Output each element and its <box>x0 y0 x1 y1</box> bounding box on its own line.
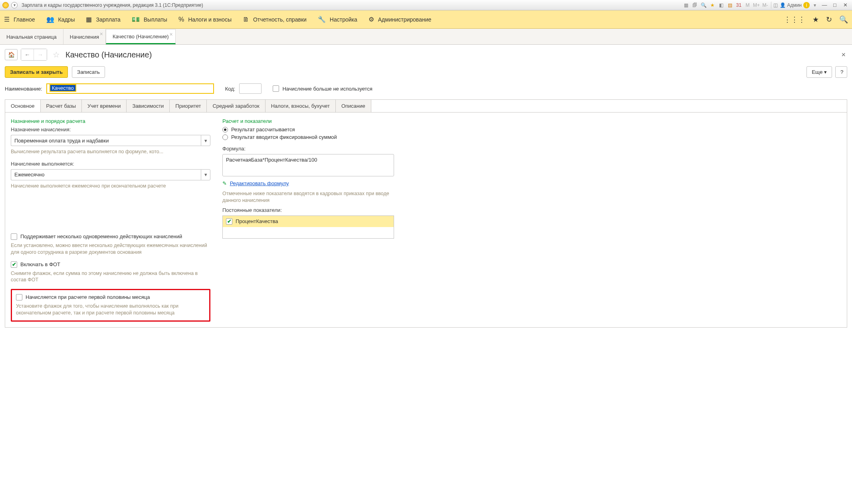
maximize-button[interactable]: □ <box>830 2 839 9</box>
chevron-down-icon[interactable]: ▾ <box>201 135 210 146</box>
tab-label: Качество (Начисление) <box>113 34 169 40</box>
favorites-icon[interactable]: ★ <box>709 2 716 9</box>
tab-close-icon[interactable]: × <box>169 31 172 38</box>
radio-fixed[interactable]: Результат вводится фиксированной суммой <box>222 134 394 140</box>
tab-close-icon[interactable]: × <box>100 31 103 37</box>
subtab-sredniy[interactable]: Средний заработок <box>207 100 265 112</box>
tb-icon-5[interactable]: ◧ <box>717 2 725 9</box>
menu-otchet-label: Отчетность, справки <box>253 16 307 23</box>
m-plus-icon[interactable]: M+ <box>753 2 760 9</box>
edit-formula-link[interactable]: Редактировать формулу <box>230 180 289 186</box>
chevron-down-icon[interactable]: ▾ <box>201 169 210 180</box>
indicator-checkbox[interactable] <box>226 218 232 225</box>
code-input[interactable] <box>239 83 262 94</box>
m-icon[interactable]: M <box>744 2 751 9</box>
tb-icon-2[interactable]: 🗐 <box>691 2 698 9</box>
user-badge[interactable]: 👤 Админ <box>780 2 802 8</box>
subtab-osnovnoe[interactable]: Основное <box>5 100 41 112</box>
wrench-icon: 🔧 <box>318 16 326 23</box>
page-close-button[interactable]: × <box>840 51 847 59</box>
titlebar-left: ▾ Зарплата и кадры государственного учре… <box>2 2 203 8</box>
multi-label: Поддерживает несколько одновременно дейс… <box>20 233 182 239</box>
subtab-opisanie[interactable]: Описание <box>336 100 371 112</box>
info-icon[interactable]: i <box>803 2 810 8</box>
toolbar-right: ⋮⋮⋮ ★ ↻ 🔍 <box>784 15 848 24</box>
menu-zarplata-label: Зарплата <box>96 16 120 23</box>
subtab-raschet-bazy[interactable]: Расчет базы <box>41 100 82 112</box>
half-month-hint: Установите флажок для того, чтобы начисл… <box>16 303 205 316</box>
indicator-row-empty <box>223 227 394 238</box>
tab-label: Начисления <box>70 34 99 40</box>
left-group-title: Назначение и порядок расчета <box>11 118 210 124</box>
tab-kachestvo[interactable]: Качество (Начисление)× <box>106 29 176 44</box>
half-month-checkbox[interactable] <box>16 294 22 300</box>
subtab-prioritet[interactable]: Приоритет <box>170 100 207 112</box>
exec-select[interactable]: Ежемесячно ▾ <box>11 169 210 180</box>
subtab-zavisimosti[interactable]: Зависимости <box>127 100 170 112</box>
purpose-label: Назначение начисления: <box>11 126 210 132</box>
fot-checkbox[interactable] <box>11 261 17 268</box>
command-bar: Записать и закрыть Записать Еще ▾ ? <box>5 66 847 78</box>
save-button[interactable]: Записать <box>72 66 105 78</box>
menu-admin[interactable]: ⚙Администрирование <box>369 16 432 23</box>
search-icon[interactable]: 🔍 <box>839 15 848 24</box>
tab-start-page[interactable]: Начальная страница <box>0 29 63 44</box>
user-name: Админ <box>787 2 802 8</box>
m-minus-icon[interactable]: M- <box>761 2 769 9</box>
minimize-button[interactable]: — <box>820 2 829 9</box>
tab-nachisleniya[interactable]: Начисления× <box>63 29 106 44</box>
dropdown-icon[interactable]: ▾ <box>11 2 18 8</box>
multi-hint: Если установлено, можно ввести несколько… <box>11 242 210 256</box>
menu-vyplaty[interactable]: 💵Выплаты <box>132 16 167 23</box>
fot-label: Включать в ФОТ <box>20 261 60 267</box>
menu-nastroyka[interactable]: 🔧Настройка <box>318 16 357 23</box>
menu-zarplata[interactable]: ▦Зарплата <box>86 16 120 23</box>
indicators-table: ПроцентКачества <box>222 215 394 239</box>
nav-back-button[interactable]: ← <box>21 49 34 60</box>
exec-hint: Начисление выполняется ежемесячно при ок… <box>11 183 210 190</box>
multi-checkbox[interactable] <box>11 233 17 240</box>
not-used-checkbox[interactable] <box>273 85 279 92</box>
apps-icon[interactable]: ⋮⋮⋮ <box>784 15 805 24</box>
nav-forward-button[interactable]: → <box>34 49 47 60</box>
name-row: Наименование: Качество Код: Начисление б… <box>5 83 847 94</box>
favorite-star-icon[interactable]: ☆ <box>53 50 60 59</box>
name-input[interactable]: Качество <box>46 83 214 94</box>
tab-label: Начальная страница <box>6 34 57 40</box>
formula-value: РасчетнаяБаза*ПроцентКачества/100 <box>226 157 317 163</box>
purpose-select[interactable]: Повременная оплата труда и надбавки ▾ <box>11 135 210 146</box>
menu-main[interactable]: ☰Главное <box>4 16 35 23</box>
menu-otchet[interactable]: 🗎Отчетность, справки <box>243 16 307 23</box>
mini-dropdown-icon[interactable]: ▾ <box>811 2 818 9</box>
history-icon[interactable]: ↻ <box>826 15 832 24</box>
home-button[interactable]: 🏠 <box>5 49 18 60</box>
calc-icon[interactable]: ▤ <box>726 2 733 9</box>
help-button[interactable]: ? <box>835 66 847 78</box>
not-used-label: Начисление больше не используется <box>282 86 372 92</box>
radio-calc-label: Результат рассчитывается <box>231 126 295 132</box>
subtab-nalogi[interactable]: Налоги, взносы, бухучет <box>266 100 336 112</box>
subtab-uchet-vremeni[interactable]: Учет времени <box>82 100 127 112</box>
calendar-icon[interactable]: 31 <box>735 2 742 9</box>
menu-nalogi[interactable]: %Налоги и взносы <box>178 16 232 23</box>
star-icon[interactable]: ★ <box>812 15 819 24</box>
close-window-button[interactable]: ✕ <box>841 2 850 9</box>
window-title: Зарплата и кадры государственного учрежд… <box>22 2 203 8</box>
app-icon <box>2 2 9 8</box>
menu-kadry[interactable]: 👥Кадры <box>46 16 75 23</box>
radio-calculated[interactable]: Результат рассчитывается <box>222 126 394 132</box>
indicator-name: ПроцентКачества <box>236 218 278 224</box>
tb-icon-1[interactable]: ▦ <box>682 2 690 9</box>
more-button[interactable]: Еще ▾ <box>806 66 832 78</box>
percent-icon: % <box>178 16 184 23</box>
panel-icon[interactable]: ◫ <box>771 2 778 9</box>
window-tabs: Начальная страница Начисления× Качество … <box>0 29 852 45</box>
menu-nastroyka-label: Настройка <box>330 16 357 23</box>
menu-nalogi-label: Налоги и взносы <box>188 16 232 23</box>
window-titlebar: ▾ Зарплата и кадры государственного учре… <box>0 0 852 10</box>
formula-box[interactable]: РасчетнаяБаза*ПроцентКачества/100 <box>222 154 394 176</box>
save-and-close-button[interactable]: Записать и закрыть <box>5 66 68 78</box>
tb-icon-3[interactable]: 🔍 <box>700 2 707 9</box>
indicator-row[interactable]: ПроцентКачества <box>223 216 394 227</box>
gear-icon: ⚙ <box>369 16 374 23</box>
